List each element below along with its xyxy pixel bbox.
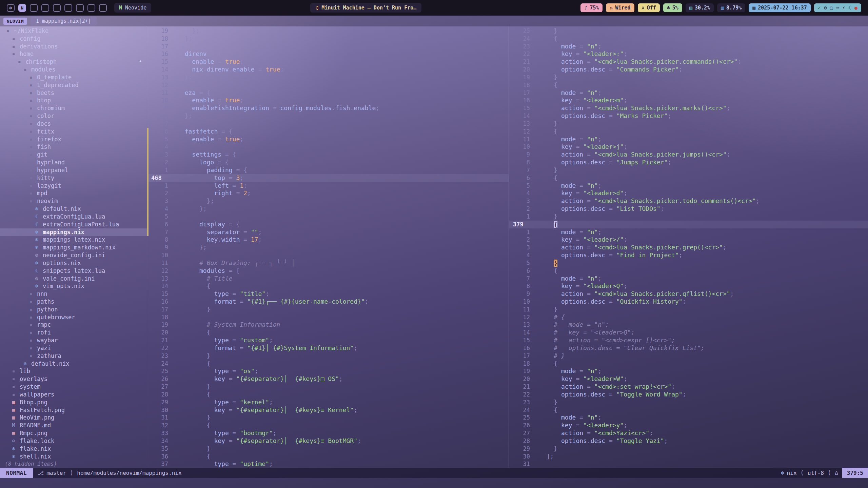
code-line[interactable]: 21 action = "<cmd>lua Snacks.picker.comm…: [509, 58, 868, 66]
code-line[interactable]: 468 top = 3;: [147, 174, 509, 182]
code-line[interactable]: 3 action = "<cmd>lua Snacks.picker.grep(…: [509, 244, 868, 251]
code-line[interactable]: 9 action = "<cmd>lua Snacks.picker.jumps…: [509, 151, 868, 159]
code-line[interactable]: 7: [147, 120, 509, 128]
tree-item[interactable]: ⚙neovide_config.ini: [0, 251, 147, 259]
active-window-chip[interactable]: N Neovide: [114, 3, 151, 13]
network-widget[interactable]: ⇅Wired: [606, 3, 634, 12]
code-line[interactable]: 1 padding = {: [147, 166, 509, 174]
code-line[interactable]: 19 # System Information: [147, 321, 509, 329]
tree-item[interactable]: ❄shell.nix: [0, 453, 147, 461]
code-line[interactable]: 4: [147, 143, 509, 151]
tree-item[interactable]: ▪hyprpanel: [0, 166, 147, 174]
tree-item[interactable]: ▪waybar: [0, 337, 147, 344]
code-line[interactable]: 22 key = "<leader>:";: [509, 50, 868, 58]
tree-item[interactable]: ☾extraConfigLuaPost.lua: [0, 221, 147, 228]
code-line[interactable]: 5 }}: [509, 259, 868, 267]
code-line[interactable]: 32 {: [147, 422, 509, 429]
bolt-icon[interactable]: ⚡: [842, 5, 845, 11]
code-line[interactable]: 23 }: [509, 399, 868, 406]
toggle-off-widget[interactable]: ✗Off: [638, 3, 660, 12]
tree-item[interactable]: ▪btop: [0, 97, 147, 104]
tree-item[interactable]: ▦Rmpc.png: [0, 429, 147, 437]
code-line[interactable]: 5 enable = true;: [147, 136, 509, 143]
gear-icon[interactable]: ⚙: [824, 5, 827, 11]
code-line[interactable]: 21 action = "<cmd>:set wrap!<cr>";: [509, 383, 868, 391]
code-line[interactable]: 24 {: [147, 360, 509, 368]
tree-item[interactable]: ▪firefox: [0, 136, 147, 143]
display-icon[interactable]: ▢: [830, 5, 833, 11]
code-line[interactable]: 2 logo = {: [147, 159, 509, 166]
tree-item[interactable]: ▪system: [0, 383, 147, 391]
code-line[interactable]: 4 };: [147, 205, 509, 213]
volume-widget[interactable]: ♪75%: [580, 3, 603, 12]
tree-item[interactable]: ▪modules: [0, 66, 147, 74]
code-line[interactable]: 3 };: [147, 197, 509, 205]
code-line[interactable]: 25 type = "os";: [147, 367, 509, 375]
tree-item[interactable]: ▪paths: [0, 298, 147, 306]
workspace-box[interactable]: [76, 4, 84, 12]
code-line[interactable]: 5 mode = "n";: [509, 182, 868, 190]
code-line[interactable]: 3 action = "<cmd>lua Snacks.picker.todo_…: [509, 197, 868, 205]
tree-item[interactable]: ▪config: [0, 35, 147, 43]
code-line[interactable]: 8 };: [147, 112, 509, 120]
tree-item[interactable]: ▪git: [0, 151, 147, 159]
tree-item[interactable]: ▪nnn: [0, 290, 147, 298]
workspace-box[interactable]: [53, 4, 61, 12]
code-line[interactable]: 6 fastfetch = {: [147, 128, 509, 136]
tree-item[interactable]: ▪fish: [0, 143, 147, 151]
tree-item[interactable]: ⚙vale_config.ini: [0, 275, 147, 283]
code-line[interactable]: 34 key = "{#separator}│ {#keys}≡ BootMGR…: [147, 437, 509, 445]
code-line[interactable]: 379 {{: [509, 221, 868, 228]
code-line[interactable]: 16 direnv = {: [147, 50, 509, 58]
clock-widget[interactable]: ▦2025-07-22 16:37: [749, 3, 811, 12]
code-line[interactable]: 25 mode = "n";: [509, 414, 868, 422]
tree-item[interactable]: ▪qutebrowser: [0, 313, 147, 321]
tree-item[interactable]: ⊘flake.lock: [0, 437, 147, 445]
code-line[interactable]: 14 {: [147, 282, 509, 290]
code-line[interactable]: 20 options.desc = "Commands Picker";: [509, 66, 868, 74]
code-line[interactable]: 11 eza = {: [147, 89, 509, 97]
tree-item[interactable]: ▪rofi: [0, 329, 147, 337]
code-line[interactable]: 19 }: [509, 74, 868, 81]
editor-pane-right[interactable]: 25 }24 {23 mode = "n";22 key = "<leader>…: [509, 26, 868, 468]
tree-item[interactable]: ▦NeoVim.png: [0, 414, 147, 422]
tree-item[interactable]: ❄flake.nix: [0, 445, 147, 453]
code-line[interactable]: 26 key = "<leader>y";: [509, 422, 868, 429]
code-line[interactable]: 29 type = "kernel";: [147, 399, 509, 406]
code-line[interactable]: 7 }: [509, 166, 868, 174]
tree-item[interactable]: ▪rmpc: [0, 321, 147, 329]
tree-item[interactable]: ❄vim_opts.nix: [0, 282, 147, 290]
code-line[interactable]: 9 };: [147, 244, 509, 251]
code-line[interactable]: 22 format = "{#1}│ {#}System Information…: [147, 344, 509, 352]
tree-item[interactable]: ▪fcitx: [0, 128, 147, 136]
workspace-box[interactable]: N: [18, 4, 26, 12]
check-icon[interactable]: ✓: [818, 5, 821, 11]
code-line[interactable]: 4 options.desc = "Find in Project";: [509, 251, 868, 259]
code-line[interactable]: 15 type = "title";: [147, 290, 509, 298]
now-playing-widget[interactable]: ♫ Minuit Machine – Don't Run Fro…: [310, 3, 421, 13]
tree-item[interactable]: ▪kitty: [0, 174, 147, 182]
notification-dot-icon[interactable]: ●: [854, 5, 857, 11]
tree-item[interactable]: ▪~/NixFlake: [0, 27, 147, 35]
power-profile-widget[interactable]: ♣5%: [663, 3, 682, 12]
code-line[interactable]: 27 action = "<cmd>Yazi<cr>";: [509, 429, 868, 437]
code-line[interactable]: 13 # mode = "n";: [509, 321, 868, 329]
code-line[interactable]: 31 }: [147, 414, 509, 422]
keyboard-icon[interactable]: ⌨: [836, 5, 839, 11]
code-line[interactable]: 20 {: [147, 329, 509, 337]
tree-item[interactable]: ▪yazi: [0, 344, 147, 352]
code-line[interactable]: 11 mode = "n";: [509, 136, 868, 143]
code-line[interactable]: 8 options.desc = "Jumps Picker";: [509, 159, 868, 166]
code-line[interactable]: 14 nix-direnv.enable = true;: [147, 66, 509, 74]
code-line[interactable]: 7 separator = "";: [147, 228, 509, 236]
tree-item[interactable]: ▪overlays: [0, 375, 147, 383]
code-line[interactable]: 17: [147, 43, 509, 50]
code-line[interactable]: 11 }: [509, 306, 868, 313]
tree-item[interactable]: ❄default.nix: [0, 360, 147, 368]
code-line[interactable]: 28 options.desc = "Toggle Yazi";: [509, 437, 868, 445]
code-line[interactable]: 18 };: [147, 35, 509, 43]
code-line[interactable]: 6 display = {: [147, 221, 509, 228]
code-line[interactable]: 36 {: [147, 453, 509, 461]
workspace-box[interactable]: [30, 4, 38, 12]
tree-item[interactable]: ❄default.nix: [0, 205, 147, 213]
